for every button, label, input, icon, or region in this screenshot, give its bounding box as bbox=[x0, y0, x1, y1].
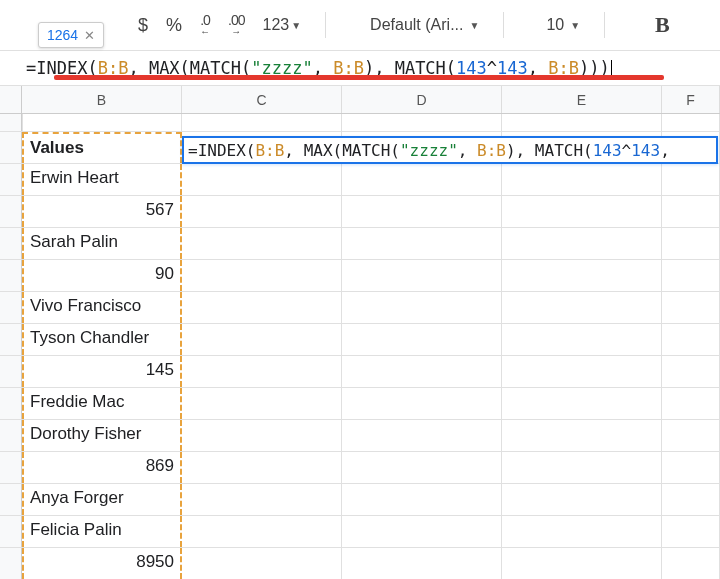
cell[interactable] bbox=[342, 388, 502, 419]
cell[interactable] bbox=[502, 196, 662, 227]
row-header[interactable] bbox=[0, 260, 22, 291]
bold-button[interactable]: B bbox=[655, 12, 670, 38]
cell[interactable]: Sarah Palin bbox=[22, 228, 182, 259]
cell[interactable] bbox=[502, 452, 662, 483]
close-icon[interactable]: ✕ bbox=[84, 28, 95, 43]
cell[interactable] bbox=[662, 228, 720, 259]
cell[interactable] bbox=[502, 356, 662, 387]
cell[interactable] bbox=[342, 114, 502, 131]
cell[interactable]: Dorothy Fisher bbox=[22, 420, 182, 451]
cell[interactable] bbox=[182, 356, 342, 387]
cell[interactable] bbox=[342, 292, 502, 323]
cell[interactable] bbox=[342, 356, 502, 387]
cell[interactable] bbox=[342, 548, 502, 579]
row-header[interactable] bbox=[0, 548, 22, 579]
cell[interactable] bbox=[342, 420, 502, 451]
cell[interactable] bbox=[342, 484, 502, 515]
row-header[interactable] bbox=[0, 228, 22, 259]
cell[interactable]: 90 bbox=[22, 260, 182, 291]
cell[interactable] bbox=[662, 420, 720, 451]
row-header[interactable] bbox=[0, 388, 22, 419]
column-header-E[interactable]: E bbox=[502, 86, 662, 113]
cell[interactable] bbox=[182, 164, 342, 195]
row-header[interactable] bbox=[0, 196, 22, 227]
cell-header[interactable]: Values bbox=[22, 132, 182, 163]
cell[interactable] bbox=[182, 420, 342, 451]
cell[interactable]: Tyson Chandler bbox=[22, 324, 182, 355]
cell[interactable] bbox=[182, 324, 342, 355]
row-header[interactable] bbox=[0, 114, 22, 131]
active-cell-editor[interactable]: =INDEX(B:B, MAX(MATCH("zzzz", B:B), MATC… bbox=[182, 136, 718, 164]
row-header[interactable] bbox=[0, 452, 22, 483]
cell[interactable] bbox=[502, 516, 662, 547]
cell[interactable]: 145 bbox=[22, 356, 182, 387]
cell[interactable] bbox=[182, 452, 342, 483]
cell[interactable] bbox=[502, 292, 662, 323]
column-header-B[interactable]: B bbox=[22, 86, 182, 113]
increase-decimal-button[interactable]: .00 → bbox=[228, 13, 244, 37]
cell[interactable] bbox=[502, 388, 662, 419]
row-header[interactable] bbox=[0, 132, 22, 163]
cell[interactable] bbox=[182, 228, 342, 259]
cell[interactable] bbox=[662, 452, 720, 483]
cell[interactable] bbox=[342, 196, 502, 227]
row-header[interactable] bbox=[0, 516, 22, 547]
cell[interactable] bbox=[182, 388, 342, 419]
cell[interactable] bbox=[662, 196, 720, 227]
cell[interactable] bbox=[182, 516, 342, 547]
cell[interactable]: 567 bbox=[22, 196, 182, 227]
formula-result-badge[interactable]: 1264 ✕ bbox=[38, 22, 104, 48]
cell[interactable] bbox=[662, 356, 720, 387]
cell[interactable]: 8950 bbox=[22, 548, 182, 579]
row-header[interactable] bbox=[0, 324, 22, 355]
cell[interactable] bbox=[342, 324, 502, 355]
cell[interactable]: Vivo Francisco bbox=[22, 292, 182, 323]
cell[interactable] bbox=[342, 228, 502, 259]
cell[interactable] bbox=[662, 548, 720, 579]
cell[interactable] bbox=[662, 516, 720, 547]
currency-format-button[interactable]: $ bbox=[138, 15, 148, 36]
cell[interactable] bbox=[662, 164, 720, 195]
cell[interactable]: Erwin Heart bbox=[22, 164, 182, 195]
cell[interactable]: Felicia Palin bbox=[22, 516, 182, 547]
cell[interactable] bbox=[502, 324, 662, 355]
cell[interactable] bbox=[662, 260, 720, 291]
cell[interactable] bbox=[662, 292, 720, 323]
cell[interactable] bbox=[182, 484, 342, 515]
cell[interactable]: Anya Forger bbox=[22, 484, 182, 515]
cell[interactable] bbox=[182, 260, 342, 291]
cell[interactable] bbox=[182, 196, 342, 227]
cell[interactable] bbox=[342, 516, 502, 547]
row-header[interactable] bbox=[0, 420, 22, 451]
cell[interactable] bbox=[662, 324, 720, 355]
cell[interactable] bbox=[662, 114, 720, 131]
cell[interactable]: 869 bbox=[22, 452, 182, 483]
cell[interactable] bbox=[502, 114, 662, 131]
row-header[interactable] bbox=[0, 356, 22, 387]
cell[interactable] bbox=[182, 548, 342, 579]
cell[interactable] bbox=[502, 484, 662, 515]
cell[interactable] bbox=[502, 420, 662, 451]
row-header[interactable] bbox=[0, 484, 22, 515]
percent-format-button[interactable]: % bbox=[166, 15, 182, 36]
font-size-dropdown[interactable]: 10 ▼ bbox=[546, 16, 580, 34]
cell[interactable]: Freddie Mac bbox=[22, 388, 182, 419]
cell[interactable] bbox=[342, 452, 502, 483]
spreadsheet-grid[interactable]: B C D E F Values Erwin Heart567Sarah Pal… bbox=[0, 86, 720, 579]
corner-cell[interactable] bbox=[0, 86, 22, 113]
cell[interactable] bbox=[662, 484, 720, 515]
row-header[interactable] bbox=[0, 292, 22, 323]
row-header[interactable] bbox=[0, 164, 22, 195]
cell[interactable] bbox=[502, 164, 662, 195]
column-header-F[interactable]: F bbox=[662, 86, 720, 113]
cell[interactable] bbox=[662, 388, 720, 419]
column-header-D[interactable]: D bbox=[342, 86, 502, 113]
column-header-C[interactable]: C bbox=[182, 86, 342, 113]
cell[interactable] bbox=[502, 260, 662, 291]
cell[interactable] bbox=[22, 114, 182, 131]
cell[interactable] bbox=[502, 228, 662, 259]
decrease-decimal-button[interactable]: .0 ← bbox=[200, 13, 210, 37]
cell[interactable] bbox=[342, 164, 502, 195]
cell[interactable] bbox=[182, 292, 342, 323]
font-family-dropdown[interactable]: Default (Ari... ▼ bbox=[370, 16, 479, 34]
